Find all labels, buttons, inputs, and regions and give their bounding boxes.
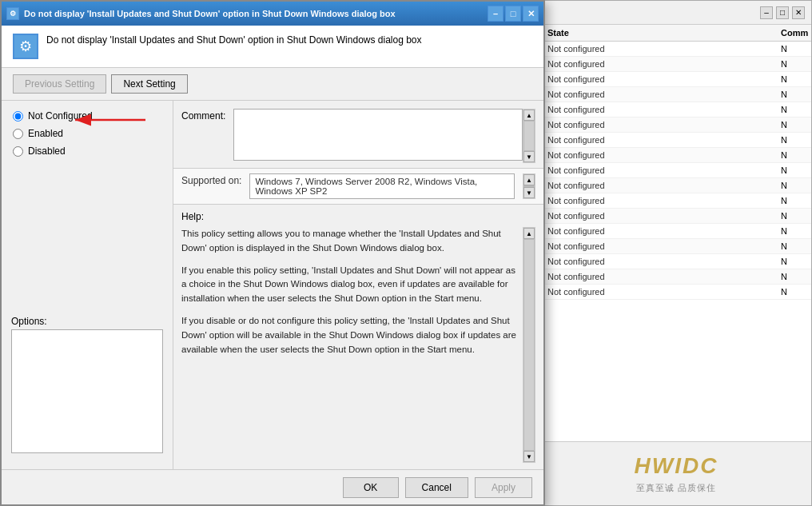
minimize-button[interactable]: – <box>488 6 504 22</box>
row-state: Not configured <box>547 90 781 99</box>
help-para-1: This policy setting allows you to manage… <box>181 227 521 256</box>
table-row: Not configured N <box>541 224 811 239</box>
col-state-header: State <box>547 28 781 38</box>
row-state: Not configured <box>547 74 781 84</box>
row-state: Not configured <box>547 287 781 297</box>
comment-scrollbar[interactable]: ▲ ▼ <box>523 109 535 163</box>
table-row: Not configured N <box>541 239 811 254</box>
help-col: Help: This policy setting allows you to … <box>173 205 543 469</box>
cancel-button[interactable]: Cancel <box>405 477 468 498</box>
scroll-thumb <box>523 121 535 151</box>
table-row: Not configured N <box>541 193 811 209</box>
table-row: Not configured N <box>541 118 811 133</box>
comment-textarea[interactable] <box>233 109 523 161</box>
disabled-radio[interactable] <box>13 146 23 157</box>
help-scroll-down[interactable]: ▼ <box>523 451 535 462</box>
supported-scroll-up[interactable]: ▲ <box>523 174 535 185</box>
dialog-footer: OK Cancel Apply <box>2 469 543 504</box>
arrow-svg <box>66 108 161 132</box>
row-state: Not configured <box>547 135 781 145</box>
row-comm: N <box>781 150 805 160</box>
supported-on-wrapper: Windows 7, Windows Server 2008 R2, Windo… <box>249 173 515 199</box>
table-row: Not configured N <box>541 254 811 269</box>
row-comm: N <box>781 90 805 99</box>
maximize-button[interactable]: □ <box>505 6 521 22</box>
row-comm: N <box>781 120 805 129</box>
row-comm: N <box>781 181 805 190</box>
titlebar-left: ⚙ Do not display 'Install Updates and Sh… <box>6 7 396 20</box>
table-row: Not configured N <box>541 163 811 178</box>
options-label: Options: <box>11 316 47 327</box>
row-comm: N <box>781 257 805 266</box>
row-state: Not configured <box>547 165 781 175</box>
row-comm: N <box>781 211 805 221</box>
table-row: Not configured N <box>541 57 811 72</box>
supported-on-section: Supported on: Windows 7, Windows Server … <box>173 169 543 205</box>
supported-scrollbar[interactable]: ▲ ▼ <box>523 173 535 199</box>
not-configured-radio[interactable] <box>13 111 23 122</box>
disabled-option[interactable]: Disabled <box>13 145 161 157</box>
help-text: This policy setting allows you to manage… <box>181 227 535 357</box>
disabled-label: Disabled <box>28 145 66 157</box>
table-row: Not configured N <box>541 269 811 285</box>
help-text-wrapper: This policy setting allows you to manage… <box>181 227 535 463</box>
supported-scroll-down[interactable]: ▼ <box>523 187 535 198</box>
row-comm: N <box>781 226 805 236</box>
row-state: Not configured <box>547 105 781 114</box>
row-state: Not configured <box>547 272 781 281</box>
dialog-titlebar: ⚙ Do not display 'Install Updates and Sh… <box>2 2 543 26</box>
row-state: Not configured <box>547 211 781 221</box>
bg-minimize-button[interactable]: – <box>760 6 773 19</box>
col-comm-header: Comm <box>781 28 805 38</box>
enabled-label: Enabled <box>28 128 63 139</box>
ok-button[interactable]: OK <box>343 477 399 498</box>
help-col-label: Help: <box>181 211 535 222</box>
table-row: Not configured N <box>541 285 811 300</box>
bottom-content: Help: This policy setting allows you to … <box>173 205 543 469</box>
supported-on-value: Windows 7, Windows Server 2008 R2, Windo… <box>249 173 515 199</box>
apply-button[interactable]: Apply <box>475 477 532 498</box>
prev-setting-button[interactable]: Previous Setting <box>13 74 106 94</box>
hwidc-logo: HWIDC <box>635 453 718 479</box>
help-scrollbar[interactable]: ▲ ▼ <box>523 227 535 463</box>
bg-footer: HWIDC 至真至诚 品质保住 <box>541 441 811 505</box>
comment-label: Comment: <box>181 109 225 122</box>
scroll-down-arrow[interactable]: ▼ <box>523 151 535 162</box>
row-state: Not configured <box>547 257 781 266</box>
dialog-title: Do not display 'Install Updates and Shut… <box>24 9 396 18</box>
row-comm: N <box>781 196 805 205</box>
help-para-3: If you disable or do not configure this … <box>181 314 521 357</box>
titlebar-buttons: – □ ✕ <box>488 6 539 22</box>
table-row: Not configured N <box>541 133 811 148</box>
close-button[interactable]: ✕ <box>523 6 539 22</box>
table-row: Not configured N <box>541 42 811 57</box>
table-row: Not configured N <box>541 87 811 102</box>
row-state: Not configured <box>547 196 781 205</box>
bg-table-rows: Not configured N Not configured N Not co… <box>541 42 811 441</box>
bg-close-button[interactable]: ✕ <box>792 6 805 19</box>
row-comm: N <box>781 135 805 145</box>
right-panel: Comment: ▲ ▼ Supported on: Windows 7, Wi… <box>173 101 543 469</box>
dialog-header-icon: ⚙ <box>13 34 38 59</box>
row-state: Not configured <box>547 226 781 236</box>
help-scroll-thumb <box>523 239 535 451</box>
row-comm: N <box>781 241 805 251</box>
scroll-up-arrow[interactable]: ▲ <box>523 110 535 121</box>
help-scroll-up[interactable]: ▲ <box>523 228 535 239</box>
next-setting-button[interactable]: Next Setting <box>111 74 187 94</box>
enabled-radio[interactable] <box>13 129 23 139</box>
supported-on-label: Supported on: <box>181 173 241 186</box>
comment-section: Comment: ▲ ▼ <box>173 101 543 169</box>
background-window: – □ ✕ State Comm Not configured N Not co… <box>540 0 812 506</box>
bg-table-header: State Comm <box>541 25 811 42</box>
bg-maximize-button[interactable]: □ <box>776 6 789 19</box>
row-comm: N <box>781 74 805 84</box>
row-state: Not configured <box>547 44 781 54</box>
row-comm: N <box>781 44 805 54</box>
row-comm: N <box>781 272 805 281</box>
options-box <box>11 329 163 453</box>
bg-titlebar: – □ ✕ <box>541 1 811 25</box>
row-comm: N <box>781 105 805 114</box>
row-state: Not configured <box>547 181 781 190</box>
table-row: Not configured N <box>541 72 811 87</box>
